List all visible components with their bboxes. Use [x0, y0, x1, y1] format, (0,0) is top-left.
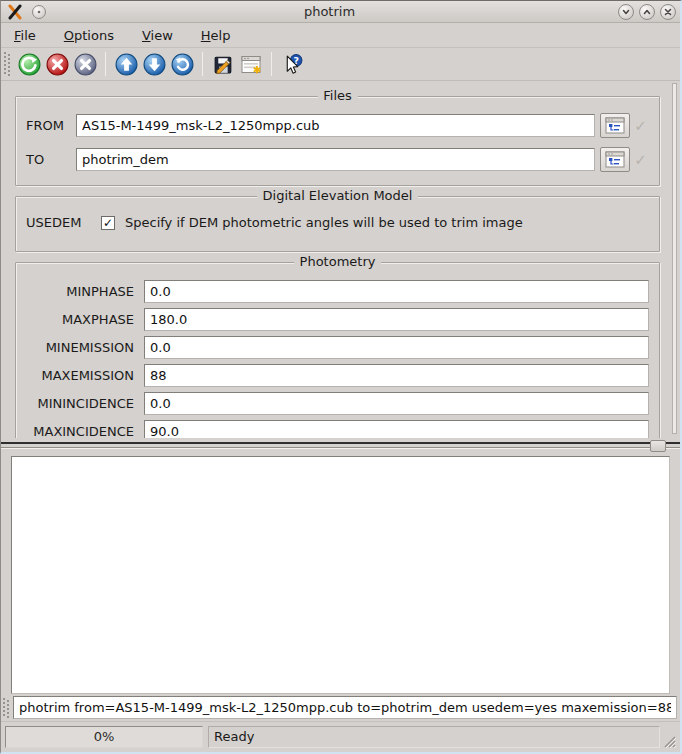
splitter-line: [1, 442, 680, 444]
maxincidence-row: MAXINCIDENCE: [26, 419, 649, 438]
progress-label: 0%: [94, 729, 115, 744]
status-panel: Ready: [208, 726, 660, 748]
minincidence-label: MININCIDENCE: [26, 396, 144, 411]
commandline-drag-handle[interactable]: [3, 698, 10, 718]
stop-icon: [46, 53, 69, 76]
toolbar: ?: [1, 48, 680, 81]
new-window-icon: [239, 53, 263, 76]
next-history-button[interactable]: [140, 50, 168, 78]
commandline-row: [1, 694, 680, 721]
photometry-legend: Photometry: [294, 254, 382, 269]
to-label: TO: [26, 152, 76, 167]
to-row: TO ✓: [26, 147, 649, 172]
form-scrollbar[interactable]: [672, 83, 677, 434]
previous-history-button[interactable]: [112, 50, 140, 78]
to-browse-button[interactable]: [600, 147, 630, 172]
maxphase-input[interactable]: [144, 308, 649, 331]
files-groupbox: Files FROM ✓: [15, 96, 660, 186]
progress-bar: 0%: [5, 726, 203, 748]
from-row: FROM ✓: [26, 113, 649, 138]
to-input[interactable]: [76, 148, 595, 171]
to-valid-indicator: ✓: [632, 147, 649, 172]
maxincidence-input[interactable]: [144, 420, 649, 438]
log-output[interactable]: [11, 456, 670, 694]
app-icon: [7, 4, 23, 20]
files-legend: Files: [317, 88, 358, 103]
abort-button[interactable]: [71, 50, 99, 78]
arrow-down-icon: [143, 53, 166, 76]
minincidence-row: MININCIDENCE: [26, 391, 649, 416]
run-icon: [18, 53, 41, 76]
maxincidence-label: MAXINCIDENCE: [26, 424, 144, 438]
splitter-handle[interactable]: [650, 440, 666, 452]
from-valid-indicator: ✓: [632, 113, 649, 138]
splitter-line: [1, 447, 680, 448]
menu-options[interactable]: Options: [61, 26, 117, 45]
refresh-icon: [171, 53, 194, 76]
toolbar-drag-handle[interactable]: [4, 52, 11, 76]
titlebar[interactable]: photrim: [1, 1, 680, 23]
parameter-form: Files FROM ✓: [1, 81, 680, 438]
abort-icon: [74, 53, 97, 76]
toolbar-separator: [271, 52, 272, 76]
chevron-down-icon: [621, 7, 631, 17]
maxphase-row: MAXPHASE: [26, 307, 649, 332]
minphase-label: MINPHASE: [26, 284, 144, 299]
minemission-row: MINEMISSION: [26, 335, 649, 360]
minphase-row: MINPHASE: [26, 279, 649, 304]
sticky-dot-icon: [35, 8, 43, 16]
help-cursor-icon: ?: [281, 53, 304, 76]
sticky-button[interactable]: [32, 5, 46, 19]
save-icon: [212, 53, 235, 76]
photrim-window: photrim File Options View Help: [0, 0, 682, 754]
window-title: photrim: [46, 4, 613, 19]
toolbar-separator: [202, 52, 203, 76]
maxemission-input[interactable]: [144, 364, 649, 387]
statusbar: 0% Ready: [1, 721, 680, 752]
menu-help[interactable]: Help: [198, 26, 234, 45]
minphase-input[interactable]: [144, 280, 649, 303]
maximize-button[interactable]: [639, 4, 655, 20]
chevron-up-icon: [642, 7, 652, 17]
stop-button[interactable]: [43, 50, 71, 78]
minimize-button[interactable]: [618, 4, 634, 20]
toolbar-separator: [105, 52, 106, 76]
from-label: FROM: [26, 118, 76, 133]
whats-this-button[interactable]: ?: [278, 50, 306, 78]
file-dialog-icon: [605, 151, 625, 168]
menubar: File Options View Help: [1, 23, 680, 48]
dem-legend: Digital Elevation Model: [257, 188, 419, 203]
resize-grip-icon[interactable]: [662, 734, 677, 749]
reset-button[interactable]: [168, 50, 196, 78]
save-log-button[interactable]: [209, 50, 237, 78]
usedem-row: USEDEM ✓ Specify if DEM photometric angl…: [26, 215, 649, 230]
log-section: [1, 456, 680, 694]
clear-log-button[interactable]: [237, 50, 265, 78]
menu-view[interactable]: View: [139, 26, 176, 45]
run-button[interactable]: [15, 50, 43, 78]
splitter[interactable]: [1, 438, 680, 456]
from-browse-button[interactable]: [600, 113, 630, 138]
dem-groupbox: Digital Elevation Model USEDEM ✓ Specify…: [15, 196, 660, 252]
maxemission-row: MAXEMISSION: [26, 363, 649, 388]
maxphase-label: MAXPHASE: [26, 312, 144, 327]
minemission-input[interactable]: [144, 336, 649, 359]
file-dialog-icon: [605, 117, 625, 134]
status-text: Ready: [214, 729, 254, 744]
commandline-input[interactable]: [13, 696, 677, 719]
arrow-up-icon: [115, 53, 138, 76]
close-icon: [663, 7, 673, 17]
from-input[interactable]: [76, 114, 595, 137]
maxemission-label: MAXEMISSION: [26, 368, 144, 383]
usedem-label: USEDEM: [26, 215, 101, 230]
minemission-label: MINEMISSION: [26, 340, 144, 355]
usedem-description: Specify if DEM photometric angles will b…: [125, 215, 523, 230]
usedem-checkbox[interactable]: ✓: [101, 216, 115, 230]
photometry-groupbox: Photometry MINPHASE MAXPHASE MINEMISSION…: [15, 262, 660, 438]
menu-file[interactable]: File: [11, 26, 39, 45]
minincidence-input[interactable]: [144, 392, 649, 415]
close-button[interactable]: [660, 4, 676, 20]
